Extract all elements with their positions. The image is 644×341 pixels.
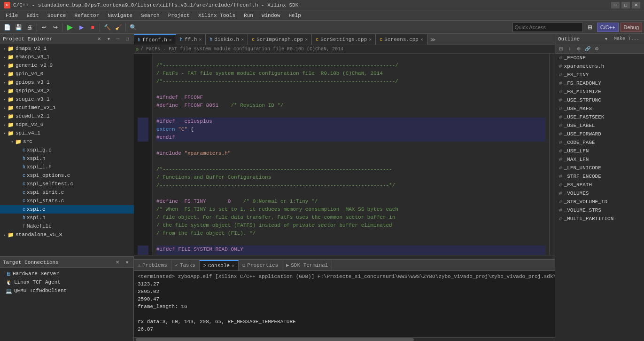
debug-run-button[interactable]: ▶ bbox=[76, 22, 86, 32]
run-button[interactable]: ▶ bbox=[65, 22, 75, 32]
tree-item-generic-v2-0[interactable]: ▸📁generic_v2_0 bbox=[0, 61, 134, 70]
redo-button[interactable]: ↪ bbox=[50, 22, 61, 32]
menu-window[interactable]: Window bbox=[258, 12, 284, 19]
tree-item-xspi-options-c[interactable]: cxspi_options.c bbox=[0, 171, 134, 180]
tab-close-icon[interactable]: ✕ bbox=[420, 37, 423, 42]
editor-tab-ScrSettings-cpp[interactable]: cScrSettings.cpp✕ bbox=[312, 34, 376, 45]
tree-item-scugic-v3-1[interactable]: ▸📁scugic_v3_1 bbox=[0, 95, 134, 103]
outline-item-xparameters-h[interactable]: #xparameters.h bbox=[555, 62, 644, 71]
outline-item--MULTI-PARTITION[interactable]: #_MULTI_PARTITION bbox=[555, 214, 644, 223]
title-bar-controls[interactable]: ─ □ ✕ bbox=[611, 2, 640, 8]
target-item-linux-tcf[interactable]: 🐧 Linux TCF Agent bbox=[2, 278, 132, 286]
outline-menu-btn[interactable]: ▾ bbox=[603, 35, 610, 43]
bottom-tab-console[interactable]: >Console✕ bbox=[200, 260, 239, 270]
minimize-button[interactable]: ─ bbox=[611, 2, 620, 8]
tree-item-standalone-v5-3[interactable]: ▸📁standalone_v5_3 bbox=[0, 230, 134, 239]
editor-content[interactable]: /*--------------------------------------… bbox=[134, 54, 555, 255]
target-item-hardware-server[interactable]: 🖥 Hardware Server bbox=[2, 270, 132, 278]
outline-list[interactable]: #_FFCONF#xparameters.h#_FS_TINY#_FS_READ… bbox=[555, 54, 644, 341]
bottom-tab-sdk-terminal[interactable]: ▶SDK Terminal bbox=[282, 260, 332, 270]
build-button[interactable]: 🔨 bbox=[102, 22, 112, 32]
menu-file[interactable]: File bbox=[2, 12, 22, 19]
outline-link-btn[interactable]: 🔗 bbox=[584, 45, 591, 53]
tree-item-dmaps-v2-1[interactable]: ▸📁dmaps_v2_1 bbox=[0, 44, 134, 53]
editor-tab-Screens-cpp[interactable]: cScreens.cpp✕ bbox=[376, 34, 427, 45]
panel-minimize-button[interactable]: ─ bbox=[114, 35, 122, 43]
menu-navigate[interactable]: Navigate bbox=[104, 12, 136, 19]
stop-button[interactable]: ■ bbox=[87, 22, 98, 32]
outline-item--MAX-LFN[interactable]: #_MAX_LFN bbox=[555, 155, 644, 164]
close-button[interactable]: ✕ bbox=[632, 2, 640, 8]
tree-item-xspi-c[interactable]: cxspi.c bbox=[0, 205, 134, 214]
tree-item-xspi-h[interactable]: hxspi.h bbox=[0, 214, 134, 222]
menu-source[interactable]: Source bbox=[44, 12, 70, 19]
outline-item--FS-RPATH[interactable]: #_FS_RPATH bbox=[555, 181, 644, 189]
editor-tab-ff-h[interactable]: hff.h✕ bbox=[176, 34, 206, 45]
make-targets-tab[interactable]: Make T... bbox=[612, 36, 641, 41]
tree-item-qspips-v3-2[interactable]: ▸📁qspips_v3_2 bbox=[0, 87, 134, 95]
toolbar-layout-button[interactable]: ⊞ bbox=[585, 22, 595, 32]
editor-tab-ScrImpGraph-cpp[interactable]: cScrImpGraph.cpp✕ bbox=[248, 34, 312, 45]
bottom-tab-tasks[interactable]: ✓Tasks bbox=[171, 260, 200, 270]
tree-item-xspi-sinit-c[interactable]: cxspi_sinit.c bbox=[0, 188, 134, 197]
perspective-debug-button[interactable]: Debug bbox=[621, 23, 642, 32]
menu-help[interactable]: Help bbox=[285, 12, 305, 19]
panel-close-button[interactable]: ✕ bbox=[95, 35, 103, 43]
tab-close-icon[interactable]: ✕ bbox=[305, 37, 308, 42]
outline-item--USE-MKFS[interactable]: #_USE_MKFS bbox=[555, 104, 644, 113]
menu-run[interactable]: Run bbox=[240, 12, 257, 19]
bottom-tab-problems[interactable]: ⚠Problems bbox=[134, 260, 171, 270]
target-close-button[interactable]: ✕ bbox=[114, 259, 121, 266]
bottom-tab-properties[interactable]: ⊟Properties bbox=[239, 260, 282, 270]
outline-item--LFN-UNICODE[interactable]: #_LFN_UNICODE bbox=[555, 164, 644, 172]
save-button[interactable]: 💾 bbox=[13, 22, 23, 32]
tree-item-xspi-h[interactable]: hxspi.h bbox=[0, 154, 134, 163]
outline-item--STRF-ENCODE[interactable]: #_STRF_ENCODE bbox=[555, 172, 644, 181]
search-toolbar-button[interactable]: 🔍 bbox=[128, 22, 138, 32]
tree-item-gpiops-v3-1[interactable]: ▸📁gpiops_v3_1 bbox=[0, 78, 134, 87]
tab-close-icon[interactable]: ✕ bbox=[169, 37, 172, 43]
console-horizontal-scrollbar[interactable] bbox=[134, 337, 597, 341]
menu-refactor[interactable]: Refactor bbox=[70, 12, 103, 19]
outline-collapse-btn[interactable]: ⊟ bbox=[557, 45, 565, 53]
perspective-cpp-button[interactable]: C/C++ bbox=[597, 23, 619, 32]
vertical-scrollbar[interactable] bbox=[549, 54, 555, 255]
tree-item-spi-v4-1[interactable]: ▾📁spi_v4_1 bbox=[0, 129, 134, 137]
tree-item-emacps-v3-1[interactable]: ▸📁emacps_v3_1 bbox=[0, 53, 134, 61]
menu-project[interactable]: Project bbox=[164, 12, 194, 19]
editor-tab-diskio-h[interactable]: hdiskio.h✕ bbox=[206, 34, 248, 45]
outline-item--CODE-PAGE[interactable]: #_CODE_PAGE bbox=[555, 138, 644, 147]
outline-item--FS-READONLY[interactable]: #_FS_READONLY bbox=[555, 79, 644, 87]
maximize-button[interactable]: □ bbox=[621, 2, 630, 8]
tree-item-scuwdt-v2-1[interactable]: ▸📁scuwdt_v2_1 bbox=[0, 112, 134, 120]
editor-tab-ffconf-h[interactable]: hffconf.h✕ bbox=[134, 34, 176, 45]
code-area[interactable]: /*--------------------------------------… bbox=[153, 54, 549, 255]
outline-item--FS-MINIMIZE[interactable]: #_FS_MINIMIZE bbox=[555, 87, 644, 96]
bottom-tab-close[interactable]: ✕ bbox=[232, 263, 234, 269]
menu-edit[interactable]: Edit bbox=[23, 12, 42, 19]
outline-item--VOLUMES[interactable]: #_VOLUMES bbox=[555, 189, 644, 198]
outline-item--USE-FASTSEEK[interactable]: #_USE_FASTSEEK bbox=[555, 113, 644, 121]
outline-item--STR-VOLUME-ID[interactable]: #_STR_VOLUME_ID bbox=[555, 198, 644, 206]
menu-xilinx-tools[interactable]: Xilinx Tools bbox=[194, 12, 239, 19]
tab-close-icon[interactable]: ✕ bbox=[369, 37, 372, 42]
tab-close-icon[interactable]: ✕ bbox=[241, 37, 244, 42]
tree-item-xspi-selftest-c[interactable]: cxspi_selftest.c bbox=[0, 180, 134, 188]
outline-item--FFCONF[interactable]: #_FFCONF bbox=[555, 54, 644, 62]
print-button[interactable]: 🖨 bbox=[24, 22, 35, 32]
undo-button[interactable]: ↩ bbox=[39, 22, 49, 32]
menu-search[interactable]: Search bbox=[137, 12, 163, 19]
tree-item-sdps-v2-6[interactable]: ▸📁sdps_v2_6 bbox=[0, 120, 134, 129]
tree-item-gpio-v4-0[interactable]: ▸📁gpio_v4_0 bbox=[0, 70, 134, 78]
outline-item--USE-LABEL[interactable]: #_USE_LABEL bbox=[555, 121, 644, 130]
quick-access-input[interactable] bbox=[512, 23, 583, 32]
editor-horizontal-scrollbar[interactable] bbox=[134, 255, 555, 259]
panel-maximize-button[interactable]: □ bbox=[124, 35, 131, 43]
target-item-qemu[interactable]: 💻 QEMU TcfGdbClient bbox=[2, 286, 132, 295]
tree-item-Makefile[interactable]: fMakefile bbox=[0, 222, 134, 230]
tree-item-xspi-stats-c[interactable]: cxspi_stats.c bbox=[0, 197, 134, 205]
tree-item-xspi-g-c[interactable]: cxspi_g.c bbox=[0, 146, 134, 154]
outline-item--VOLUME-STRS[interactable]: #_VOLUME_STRS bbox=[555, 206, 644, 214]
panel-menu-button[interactable]: ▾ bbox=[105, 35, 112, 43]
new-button[interactable]: 📄 bbox=[2, 22, 12, 32]
